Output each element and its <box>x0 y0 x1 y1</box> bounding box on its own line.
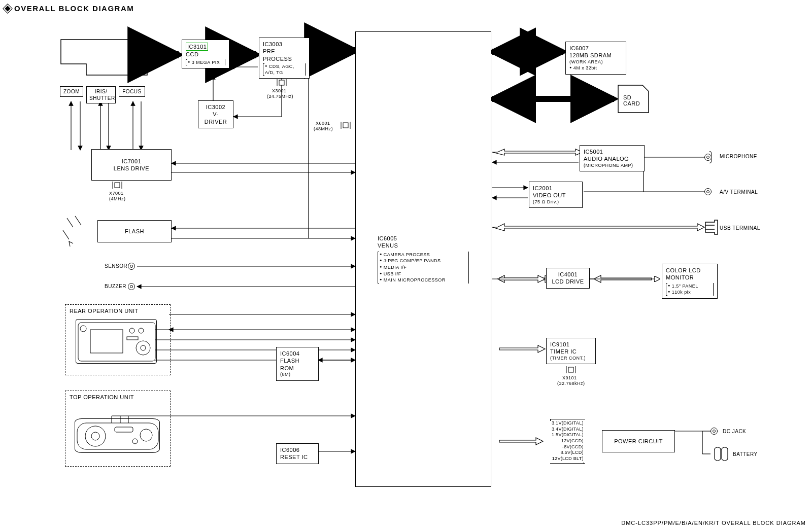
svg-point-65 <box>91 432 99 440</box>
ic6004-id: IC6004 <box>280 350 315 357</box>
x6001-id: X6001 <box>316 121 330 126</box>
rail-6: 12V(LCD BLT) <box>552 456 584 462</box>
ic6005-id: IC6005 <box>378 235 469 242</box>
rear-operation-unit: REAR OPERATION UNIT <box>65 304 171 375</box>
block-zoom: ZOOM <box>60 86 83 97</box>
svg-rect-66 <box>115 427 133 432</box>
label-battery: BATTERY <box>733 451 758 457</box>
ic2001-note: (75 Ω Driv.) <box>533 199 579 205</box>
ic4001-id: IC4001 <box>550 271 586 278</box>
rail-0: 3.1V(DIGITAL) <box>552 420 584 427</box>
ic6005-note-1: J-PEG COMP/EP PANDS <box>380 258 467 264</box>
ic2001-label: VIDEO OUT <box>533 192 579 199</box>
ic6004-label: FLASH ROM <box>280 357 315 372</box>
rail-4: -8V(CCD) <box>552 444 584 450</box>
ic6005-label: VENUS <box>378 242 469 249</box>
top-unit-label: TOP OPERATION UNIT <box>70 394 134 400</box>
ic4001-label: LCD DRIVE <box>550 278 586 285</box>
block-ic7001-lensdrive: IC7001 LENS DRIVE <box>91 149 172 181</box>
ic5001-label: AUDIO ANALOG <box>584 155 640 162</box>
label-12bit: (12bit) <box>329 45 344 50</box>
camera-top-icon <box>75 418 160 453</box>
lcd-note2: 110k pix <box>668 289 712 296</box>
block-ic6007-sdram: IC6007 128MB SDRAM (WORK AREA) 4M x 32bi… <box>565 42 626 75</box>
ic3003-note: CDS, AGC, A/D, TG <box>265 63 303 76</box>
block-ic2001-videoout: IC2001 VIDEO OUT (75 Ω Driv.) <box>529 182 583 208</box>
svg-rect-46 <box>115 183 120 188</box>
ic7001-id: IC7001 <box>122 158 141 165</box>
x6001-freq: (48MHz) <box>314 126 333 131</box>
svg-rect-61 <box>127 337 138 340</box>
ic9101-id: IC9101 <box>550 341 592 348</box>
label-sdcard: SD CARD <box>623 94 640 107</box>
xtal-x6001-icon <box>339 122 352 129</box>
lcd-label: COLOR LCD MONITOR <box>666 267 714 281</box>
xtal-x7001-icon <box>111 182 124 189</box>
svg-point-58 <box>141 345 146 350</box>
block-focus: FOCUS <box>119 86 145 97</box>
ic6004-note: (8M) <box>280 372 315 378</box>
ic5001-id: IC5001 <box>584 148 640 155</box>
block-iris-shutter: IRIS/ SHUTTER <box>86 86 116 103</box>
block-ic3002-vdriver: IC3002 V-DRIVER <box>198 100 233 128</box>
ic6005-note-0: CAMERA PROCESS <box>380 252 467 258</box>
svg-rect-56 <box>90 330 123 353</box>
dcjack-icon <box>710 428 718 435</box>
mic-body-icon <box>709 151 712 163</box>
diagram-canvas: IC3101 CCD 3 MEGA PIX IC3003 PRE PROCESS… <box>0 0 812 530</box>
ic5001-note: (MICROPHONE AMP) <box>584 163 640 169</box>
rail-3: 12V(CCD) <box>552 438 584 444</box>
block-ic6005-venus: IC6005 VENUS CAMERA PROCESS J-PEG COMP/E… <box>355 31 491 487</box>
block-ic4001-lcddrive: IC4001 LCD DRIVE <box>546 268 590 289</box>
ic6005-note-3: USB I/F <box>380 271 467 277</box>
xtal-x9101-icon <box>564 366 578 373</box>
svg-point-68 <box>132 439 138 444</box>
power-rails-list: 3.1V(DIGITAL) 3.4V(DIGITAL) 1.5V(DIGITAL… <box>550 419 585 464</box>
x7001-freq: (4MHz) <box>109 196 126 201</box>
xtal-x3001-icon <box>275 79 288 86</box>
label-mic: MICROPHONE <box>720 154 757 159</box>
block-flash: FLASH <box>97 220 172 242</box>
ic6007-note1: (WORK AREA) <box>569 59 622 65</box>
svg-rect-69 <box>568 367 573 372</box>
svg-point-62 <box>80 326 86 332</box>
ic3101-label: CCD <box>186 51 225 58</box>
svg-point-44 <box>715 447 721 451</box>
block-ic3101-ccd: IC3101 CCD 3 MEGA PIX <box>182 40 229 68</box>
block-colorlcd: COLOR LCD MONITOR 1.5" PANEL 110k pix <box>662 264 718 299</box>
rear-unit-label: REAR OPERATION UNIT <box>70 308 139 314</box>
block-ic5001-audioanalog: IC5001 AUDIO ANALOG (MICROPHONE AMP) <box>580 145 645 171</box>
label-buzzer: BUZZER <box>105 284 126 289</box>
ic9101-note: (TIMER CONT.) <box>550 356 592 362</box>
rail-5: 8.5V(LCD) <box>552 450 584 456</box>
ic2001-id: IC2001 <box>533 185 579 192</box>
ic3101-note: 3 MEGA PIX <box>188 59 223 66</box>
block-powercircuit: POWER CIRCUIT <box>602 430 675 452</box>
block-ic9101-timeric: IC9101 TIMER IC (TIMER CONT.) <box>546 338 596 364</box>
ic6007-note2: 4M x 32bit <box>569 65 622 72</box>
x3001-freq: (24.75MHz) <box>267 94 293 99</box>
av-icon <box>704 188 712 195</box>
label-avterm: A/V TERMINAL <box>720 189 758 195</box>
x9101-id: X9101 <box>562 375 577 380</box>
label-usbterm: USB TERMINAL <box>720 225 760 231</box>
ic3003-label: PRE PROCESS <box>263 48 306 62</box>
block-ic6004-flashrom: IC6004 FLASH ROM (8M) <box>276 347 319 381</box>
ic3101-id: IC3101 <box>186 43 208 51</box>
svg-point-60 <box>139 328 144 333</box>
buzzer-icon <box>128 283 135 290</box>
x9101-freq: (32.768kHz) <box>557 381 585 386</box>
ic6005-note-4: MAIN MICROPROCESSOR <box>380 277 467 284</box>
ic7001-label: LENS DRIVE <box>114 165 149 172</box>
ic6005-note-2: MEDIA I/F <box>380 264 467 271</box>
ic9101-label: TIMER IC <box>550 348 592 355</box>
label-dcjack: DC JACK <box>723 429 746 434</box>
ic6006-id: IC6006 <box>280 446 315 453</box>
svg-point-45 <box>722 447 728 451</box>
ic3002-label: V-DRIVER <box>202 111 229 125</box>
svg-point-59 <box>129 328 134 333</box>
ic3003-id: IC3003 <box>263 41 306 48</box>
x3001-id: X3001 <box>272 88 287 93</box>
svg-rect-49 <box>279 80 284 85</box>
svg-rect-52 <box>343 123 348 128</box>
